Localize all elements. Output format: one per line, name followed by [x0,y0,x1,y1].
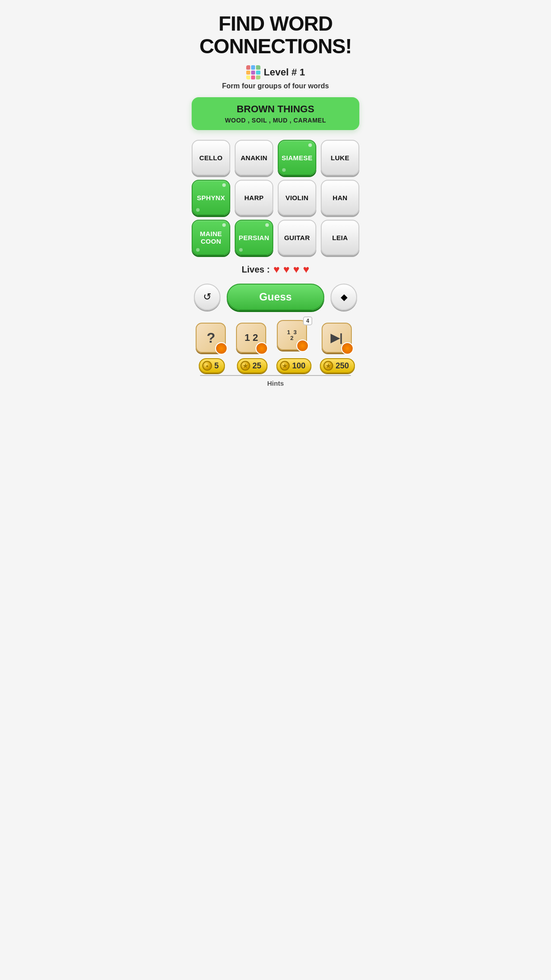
hint-skip[interactable]: ▶| ★ 250 [320,323,355,373]
shuffle-button[interactable]: ↺ [194,284,220,310]
page-title: FIND WORD CONNECTIONS! [199,12,351,57]
coin-icon-3: ★ [323,361,333,371]
category-words: WOOD , SOIL , MUD , CARAMEL [201,117,350,124]
word-tile-4[interactable]: SPHYNX [192,180,230,215]
subtitle: Form four groups of four words [222,82,329,90]
hint-cost-2: ★ 100 [276,358,311,373]
hints-row: ? ● 5 1 2 ★ [192,320,359,373]
hint-cost-3: ★ 250 [320,358,355,373]
word-tile-1[interactable]: ANAKIN [235,140,273,175]
lives-label: Lives : [242,265,270,275]
word-tile-0[interactable]: CELLO [192,140,230,175]
hints-label: Hints [267,379,284,387]
word-tile-9[interactable]: PERSIAN [235,220,273,255]
word-tile-2[interactable]: SIAMESE [278,140,316,175]
coin-icon-2: ★ [280,361,290,371]
game-screen: FIND WORD CONNECTIONS! Level # 1 Form fo… [184,0,367,394]
coin-icon-1: ★ [240,361,250,371]
hint-count[interactable]: 1 2 ★ 25 [236,323,268,373]
word-tile-8[interactable]: MAINE COON [192,220,230,255]
hint-cost-1: ★ 25 [237,358,268,373]
heart-2: ♥ [283,263,289,276]
shuffle-icon: ↺ [203,291,211,303]
category-title: BROWN THINGS [201,103,350,115]
level-icon [246,65,260,79]
guess-label: Guess [259,291,291,303]
guess-button[interactable]: Guess [227,284,324,310]
hint-reveal[interactable]: ? ● 5 [196,323,228,373]
hint-cost-0: ● 5 [199,358,225,373]
word-tile-6[interactable]: VIOLIN [278,180,316,215]
category-banner: BROWN THINGS WOOD , SOIL , MUD , CARAMEL [192,97,359,130]
word-grid: CELLOANAKINSIAMESELUKESPHYNXHARPVIOLINHA… [192,140,359,255]
erase-button[interactable]: ◆ [331,284,357,310]
controls-row: ↺ Guess ◆ [192,284,359,310]
coin-icon-0: ● [202,361,212,371]
word-tile-11[interactable]: LEIA [321,220,359,255]
heart-1: ♥ [273,263,279,276]
word-tile-3[interactable]: LUKE [321,140,359,175]
heart-3: ♥ [293,263,299,276]
word-tile-7[interactable]: HAN [321,180,359,215]
word-tile-10[interactable]: GUITAR [278,220,316,255]
erase-icon: ◆ [341,292,347,302]
level-label: Level # 1 [264,67,305,78]
lives-row: Lives : ♥ ♥ ♥ ♥ [242,263,309,276]
hint-order[interactable]: 1 3 2 4 ★ 100 [276,320,311,373]
level-row: Level # 1 [246,65,305,79]
heart-4: ♥ [303,263,309,276]
hints-divider [200,375,351,376]
word-tile-5[interactable]: HARP [235,180,273,215]
